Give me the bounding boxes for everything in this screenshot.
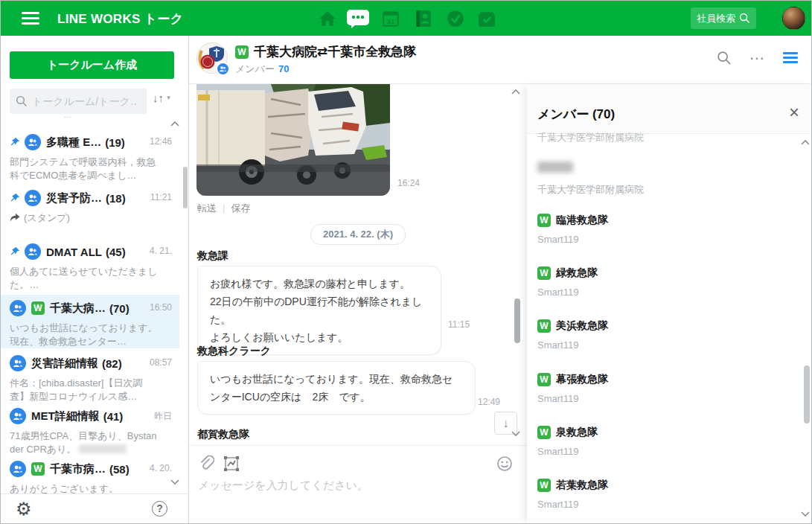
employee-search-button[interactable]: 社員検索 xyxy=(691,7,756,29)
member-panel-toggle-icon[interactable] xyxy=(783,52,798,64)
message-scroll-area[interactable]: 16:24 転送|保存 2021. 4. 22. (木) 救急課 お疲れ様です。… xyxy=(189,84,527,445)
room-name: 災害詳細情報 xyxy=(31,357,98,371)
forward-link[interactable]: 転送 xyxy=(197,202,217,214)
room-search-box[interactable] xyxy=(10,89,147,114)
works-badge: W xyxy=(537,373,551,386)
room-name: DMAT ALL xyxy=(46,246,102,258)
attachment-icon[interactable] xyxy=(199,456,215,472)
drive-icon[interactable] xyxy=(477,9,496,28)
room-search-input[interactable] xyxy=(32,95,136,107)
room-name: MET詳細情報 xyxy=(31,409,100,424)
room-item[interactable]: 災害詳細情報 (82) 08:57 件名：[chiba.disaster]【日次… xyxy=(1,354,179,406)
member-name: 緑救急隊 xyxy=(556,266,598,280)
capture-image-icon[interactable] xyxy=(223,456,240,472)
scroll-down-icon[interactable] xyxy=(511,431,520,437)
chat-scrollbar[interactable] xyxy=(514,298,520,343)
room-list-sidebar: トークルーム作成 ↓↑ ▾ … 多職種 E… (19) 12:46 部門システム… xyxy=(1,36,189,524)
member-panel-title: メンバー (70) xyxy=(537,106,615,123)
member-org: Smart119 xyxy=(537,339,608,351)
user-avatar[interactable] xyxy=(782,7,805,30)
room-item-selected[interactable]: W 千葉大病… (70) 16:50 いつもお世話になっております。現在、救命救… xyxy=(1,295,179,348)
room-member-count: (41) xyxy=(103,410,124,423)
room-member-count: (82) xyxy=(102,357,122,370)
save-link[interactable]: 保存 xyxy=(231,202,250,214)
room-preview: 部門システムで呼吸器内科，救急科でECMO患者を調べまし… xyxy=(10,156,162,182)
group-avatar xyxy=(25,243,41,260)
room-item[interactable]: DMAT ALL (45) 4. 21. 個人あてに送らせていただきました。… xyxy=(1,243,179,295)
create-room-button[interactable]: トークルーム作成 xyxy=(10,51,174,79)
scroll-down-icon[interactable] xyxy=(801,511,810,517)
message-sender: 救急課 xyxy=(197,249,228,263)
room-item[interactable]: 災害予防… (18) 11:21 (スタンプ) xyxy=(1,189,179,228)
done-icon[interactable] xyxy=(446,9,465,28)
room-time: 12:46 xyxy=(150,136,172,147)
scroll-up-icon[interactable] xyxy=(511,89,520,95)
room-time: 昨日 xyxy=(154,410,172,423)
room-member-count: (18) xyxy=(106,192,126,205)
member-org: Smart119 xyxy=(537,234,608,245)
help-icon[interactable]: ? xyxy=(152,501,167,517)
message-bubble: いつもお世話になっております。現在、救命救急センターICUの空床は 2床 です。 xyxy=(197,361,476,415)
emoji-icon[interactable] xyxy=(496,456,513,472)
contacts-icon[interactable] xyxy=(414,9,433,28)
member-item[interactable]: W臨港救急隊 Smart119 xyxy=(537,214,608,245)
sort-rooms-button[interactable]: ↓↑ ▾ xyxy=(153,92,178,111)
room-preview-text: (スタンプ) xyxy=(24,212,70,223)
forward-arrow-icon xyxy=(10,213,20,223)
member-item[interactable]: W緑救急隊 Smart119 xyxy=(537,266,598,298)
group-avatar xyxy=(25,190,41,206)
scroll-down-icon[interactable] xyxy=(170,479,179,485)
room-item[interactable]: W 千葉市病… (58) 4. 20. ありがとうございます。 xyxy=(1,460,179,493)
line-works-app: LINE WORKS トーク 31 社員検索 トークルーム作成 ↓↑ ▾ … 多… xyxy=(0,0,812,524)
message-sender: 都賀救急隊 xyxy=(197,428,249,441)
works-badge: W xyxy=(31,462,45,476)
redacted-text xyxy=(79,444,127,453)
member-name: 美浜救急隊 xyxy=(556,319,608,333)
sidebar-scrollbar[interactable] xyxy=(183,167,188,208)
app-menu-icon[interactable] xyxy=(22,12,39,25)
room-item[interactable]: 多職種 E… (19) 12:46 部門システムで呼吸器内科，救急科でECMO患… xyxy=(1,133,179,185)
pin-icon xyxy=(10,246,20,257)
member-name: 泉救急隊 xyxy=(556,426,598,439)
member-item[interactable]: 千葉大学医学部附属病院 xyxy=(537,162,644,196)
message-bubble: お疲れ様です。救急課の藤村と申します。 22日の午前中のDPU運行不能が解除され… xyxy=(197,266,441,355)
message-time: 11:15 xyxy=(448,319,470,330)
more-options-icon[interactable]: ⋯ xyxy=(749,51,765,66)
room-preview: 件名：[chiba.disaster]【日次調査】新型コロナウイルス感… xyxy=(10,377,162,403)
top-app-bar: LINE WORKS トーク 31 社員検索 xyxy=(1,1,812,36)
scroll-up-icon[interactable] xyxy=(801,139,810,145)
group-avatar xyxy=(10,461,26,477)
chat-member-count[interactable]: メンバー70 xyxy=(235,63,289,76)
svg-text:31: 31 xyxy=(387,17,395,25)
home-icon[interactable] xyxy=(318,9,337,28)
room-avatar[interactable] xyxy=(196,42,228,74)
chat-search-icon[interactable] xyxy=(717,51,732,66)
message-input[interactable]: メッセージを入力してください。 xyxy=(198,479,368,493)
close-icon[interactable]: × xyxy=(789,103,799,121)
partial-room-preview: … xyxy=(63,110,71,119)
settings-gear-icon[interactable]: ⚙ xyxy=(16,499,32,520)
member-item[interactable]: W美浜救急隊 Smart119 xyxy=(537,319,608,351)
calendar-icon[interactable]: 31 xyxy=(381,9,400,28)
room-preview: 71歳男性CPA、目撃あり、Bystander CPRあり。 xyxy=(10,429,162,456)
member-panel-header: メンバー (70) × xyxy=(527,84,812,134)
photo-message[interactable] xyxy=(196,84,390,196)
member-item[interactable]: W幕張救急隊 Smart119 xyxy=(537,373,608,404)
room-time: 11:21 xyxy=(150,192,172,202)
talk-icon[interactable] xyxy=(346,9,370,28)
room-preview: いつもお世話になっております。現在、救命救急センター… xyxy=(10,322,162,348)
member-item[interactable]: W泉救急隊 Smart119 xyxy=(537,426,598,457)
scroll-up-icon[interactable] xyxy=(170,121,179,127)
app-title: LINE WORKS トーク xyxy=(57,10,183,28)
room-member-count: (58) xyxy=(109,463,130,476)
room-item[interactable]: MET詳細情報 (41) 昨日 71歳男性CPA、目撃あり、Bystander … xyxy=(1,407,179,459)
member-panel-scrollbar[interactable] xyxy=(804,365,810,424)
room-time: 16:50 xyxy=(150,302,172,313)
room-preview: 個人あてに送らせていただきました。… xyxy=(10,265,162,292)
member-item[interactable]: W若葉救急隊 Smart119 xyxy=(537,479,608,510)
member-name: 幕張救急隊 xyxy=(556,373,608,386)
room-time: 4. 20. xyxy=(150,463,172,473)
search-icon xyxy=(16,95,28,107)
group-avatar xyxy=(25,134,41,150)
member-name-blurred xyxy=(537,162,573,173)
